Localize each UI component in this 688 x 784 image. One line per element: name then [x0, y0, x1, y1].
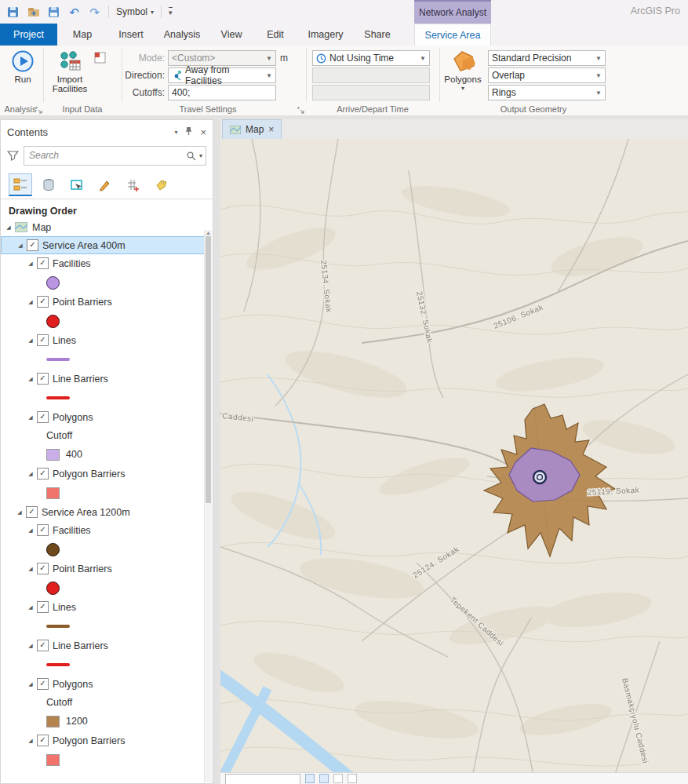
layer-checkbox[interactable]: ✓	[37, 678, 49, 690]
layer-checkbox[interactable]: ✓	[37, 563, 49, 574]
list-by-selection-icon[interactable]	[65, 174, 89, 196]
layer-checkbox[interactable]: ✓	[37, 411, 49, 423]
layer-checkbox[interactable]: ✓	[37, 257, 49, 269]
list-by-labeling-icon[interactable]	[150, 174, 173, 196]
layer-checkbox[interactable]: ✓	[27, 239, 38, 251]
statusbar-icon[interactable]	[305, 774, 315, 783]
list-by-editing-icon[interactable]	[93, 174, 117, 196]
layer-checkbox[interactable]: ✓	[37, 296, 49, 308]
close-icon[interactable]: ×	[268, 124, 274, 135]
scroll-up-arrow[interactable]: ▲	[205, 230, 212, 235]
tab-map[interactable]: Map	[57, 24, 107, 46]
facilities-symbol-swatch[interactable]	[46, 276, 60, 290]
run-button[interactable]: Run	[6, 49, 39, 85]
expander-icon[interactable]: ◢	[26, 527, 35, 534]
layer-row[interactable]: ◢ ✓ Line Barriers	[1, 636, 205, 655]
tab-share[interactable]: Share	[354, 24, 401, 46]
map-canvas[interactable]: 25134. Sokak 25132. Sokak 25106. Sokak 2…	[220, 139, 688, 784]
tab-analysis[interactable]: Analysis	[155, 24, 209, 46]
cutoff-400-swatch[interactable]	[46, 449, 60, 461]
layer-checkbox[interactable]: ✓	[37, 334, 49, 346]
layer-checkbox[interactable]: ✓	[37, 640, 49, 651]
layer-checkbox[interactable]: ✓	[37, 373, 49, 385]
expander-icon[interactable]: ◢	[26, 681, 35, 687]
tab-view[interactable]: View	[209, 24, 253, 46]
contents-scrollbar[interactable]: ▲	[204, 230, 212, 782]
undo-icon[interactable]: ↶	[67, 5, 81, 19]
precision-combobox[interactable]: Standard Precision ▼	[488, 50, 606, 66]
layer-row[interactable]: ◢ ✓ Polygons	[1, 675, 205, 693]
tab-project[interactable]: Project	[0, 24, 57, 46]
scrollbar-thumb[interactable]	[206, 236, 211, 503]
close-icon[interactable]: ×	[200, 128, 206, 137]
layer-row[interactable]: ◢ ✓ Polygon Barriers	[1, 731, 205, 749]
filter-icon[interactable]	[7, 151, 19, 161]
open-project-icon[interactable]	[27, 5, 40, 19]
lines-symbol-swatch[interactable]	[46, 625, 70, 628]
layer-row[interactable]: ◢ ✓ Polygons	[1, 408, 205, 426]
customize-quick-access-icon[interactable]: ▾	[169, 7, 173, 16]
time-mode-combobox[interactable]: Not Using Time ▼	[312, 50, 430, 66]
layer-checkbox[interactable]: ✓	[26, 506, 38, 518]
direction-combobox[interactable]: Away from Facilities ▼	[168, 67, 276, 83]
map-view-tab[interactable]: Map ×	[222, 119, 282, 139]
layer-checkbox[interactable]: ✓	[37, 468, 49, 480]
layer-checkbox[interactable]: ✓	[37, 735, 49, 746]
import-facilities-button[interactable]: Import Facilities	[47, 49, 93, 94]
save-project-icon[interactable]	[47, 5, 60, 19]
layer-row[interactable]: ◢ ✓ Lines	[1, 331, 205, 349]
expander-icon[interactable]: ◢	[26, 566, 35, 572]
list-by-data-source-icon[interactable]	[37, 174, 60, 196]
layer-row[interactable]: ◢ ✓ Facilities	[1, 254, 205, 272]
expander-icon[interactable]: ◢	[26, 643, 35, 649]
expander-icon[interactable]: ◢	[26, 261, 35, 267]
line-barriers-symbol-swatch[interactable]	[46, 396, 70, 399]
expander-icon[interactable]: ◢	[4, 224, 13, 231]
tab-imagery[interactable]: Imagery	[297, 24, 354, 46]
expander-icon[interactable]: ◢	[26, 337, 35, 344]
facility-marker[interactable]	[533, 471, 546, 483]
search-box[interactable]: ▾	[24, 146, 206, 166]
search-input[interactable]	[27, 149, 186, 162]
group-layer-row[interactable]: ◢ ✓ Service Area 400m	[1, 236, 205, 254]
lines-symbol-swatch[interactable]	[46, 358, 70, 361]
facilities-table-option-icon[interactable]	[94, 52, 106, 67]
chevron-down-icon[interactable]: ▾	[199, 152, 202, 159]
layer-row[interactable]: ◢ ✓ Point Barriers	[1, 560, 205, 578]
list-by-snapping-icon[interactable]	[122, 174, 145, 196]
point-barriers-symbol-swatch[interactable]	[46, 315, 60, 328]
overlap-combobox[interactable]: Overlap ▼	[488, 67, 606, 83]
expander-icon[interactable]: ◢	[26, 604, 35, 611]
layer-row[interactable]: ◢ ✓ Point Barriers	[1, 293, 205, 311]
tab-insert[interactable]: Insert	[107, 24, 155, 46]
symbol-menu-button[interactable]: Symbol ▾	[116, 6, 154, 17]
layer-checkbox[interactable]: ✓	[37, 524, 49, 536]
statusbar-icon[interactable]	[348, 774, 357, 783]
analysis-launcher-icon[interactable]	[35, 106, 42, 115]
rings-combobox[interactable]: Rings ▼	[488, 85, 606, 100]
new-project-icon[interactable]	[6, 5, 20, 19]
facilities-symbol-swatch[interactable]	[46, 543, 60, 556]
point-barriers-symbol-swatch[interactable]	[46, 582, 60, 595]
tab-edit[interactable]: Edit	[253, 24, 297, 46]
map-scale-input[interactable]	[225, 774, 300, 784]
expander-icon[interactable]: ◢	[26, 471, 35, 477]
pin-icon[interactable]	[184, 126, 193, 137]
line-barriers-symbol-swatch[interactable]	[46, 663, 70, 666]
layer-row[interactable]: ◢ ✓ Facilities	[1, 521, 205, 539]
expander-icon[interactable]: ◢	[26, 414, 35, 421]
layer-checkbox[interactable]: ✓	[37, 601, 49, 613]
polygon-barriers-symbol-swatch[interactable]	[46, 487, 60, 499]
layer-row[interactable]: ◢ ✓ Polygon Barriers	[1, 465, 205, 483]
redo-icon[interactable]: ↷	[88, 5, 101, 19]
travel-settings-launcher-icon[interactable]	[297, 106, 304, 115]
statusbar-icon[interactable]	[333, 774, 343, 783]
list-by-drawing-order-icon[interactable]	[9, 173, 32, 196]
expander-icon[interactable]: ◢	[26, 299, 35, 305]
expander-icon[interactable]: ◢	[26, 738, 35, 744]
polygons-button[interactable]: Polygons ▾	[443, 49, 482, 92]
mode-combobox[interactable]: <Custom> ▼	[168, 50, 276, 66]
cutoffs-input[interactable]	[168, 85, 276, 100]
tab-service-area[interactable]: Service Area	[414, 24, 491, 46]
layer-row[interactable]: ◢ ✓ Lines	[1, 598, 205, 616]
